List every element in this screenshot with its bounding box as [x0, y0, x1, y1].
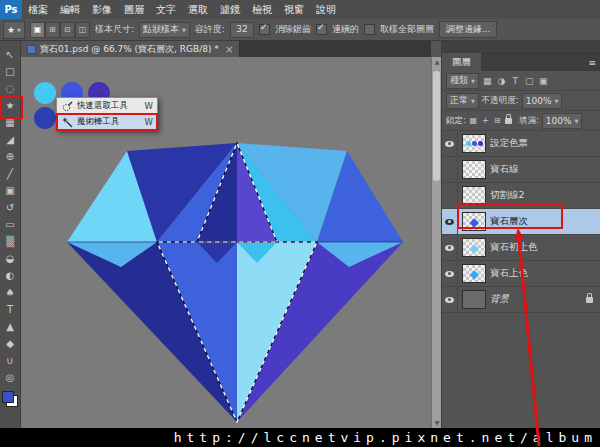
layer-thumbnail[interactable]: ◆ — [462, 264, 486, 283]
hand-tool[interactable]: ∪ — [1, 352, 19, 369]
menu-select[interactable]: 選取 — [182, 0, 214, 19]
filter-smart-object-icon[interactable]: ▣ — [538, 76, 549, 86]
flyout-item-magic-wand[interactable]: 魔術棒工具 W — [57, 114, 157, 130]
clone-stamp-tool[interactable]: ▣ — [1, 182, 19, 199]
pen-tool[interactable]: ♠ — [1, 284, 19, 301]
visibility-toggle[interactable] — [442, 261, 458, 286]
fill-dropdown[interactable]: 100% ▼ — [542, 113, 583, 129]
anti-alias-checkbox[interactable] — [259, 24, 270, 35]
panel-menu-icon[interactable]: ≡ — [588, 58, 596, 68]
filter-pixel-icon[interactable]: ▦ — [482, 76, 493, 86]
filter-type-icon[interactable]: T — [510, 76, 521, 86]
eye-icon — [445, 141, 454, 147]
shape-tool[interactable]: ◆ — [1, 335, 19, 352]
chevron-down-icon: ▼ — [574, 118, 578, 124]
lock-label: 鎖定: — [446, 115, 466, 127]
marquee-tool[interactable]: □ — [1, 63, 19, 80]
anti-alias-label[interactable]: 消除鋸齒 — [275, 23, 311, 36]
path-selection-tool[interactable]: ▲ — [1, 318, 19, 335]
gradient-tool[interactable]: ▒ — [1, 233, 19, 250]
visibility-toggle[interactable] — [442, 235, 458, 260]
layer-row[interactable]: ◆ 寶石初上色 — [442, 235, 600, 261]
refine-edge-button[interactable]: 調整邊緣... — [439, 21, 498, 38]
lock-all-icon[interactable] — [505, 118, 512, 124]
brush-tool[interactable]: ╱ — [1, 165, 19, 182]
blend-mode-dropdown[interactable]: 正常 ▼ — [446, 93, 479, 109]
layer-name[interactable]: 切割線2 — [490, 189, 525, 202]
layer-name[interactable]: 寶石初上色 — [490, 241, 538, 254]
visibility-toggle[interactable] — [442, 183, 458, 208]
photoshop-window: Ps 檔案 編輯 影像 圖層 文字 選取 濾鏡 檢視 視窗 說明 ★ ▼ ▣ ⊞… — [0, 0, 600, 447]
scrollbar-thumb[interactable] — [433, 71, 440, 181]
visibility-toggle[interactable] — [442, 157, 458, 182]
eye-icon — [445, 297, 454, 303]
blur-tool[interactable]: ◒ — [1, 250, 19, 267]
layer-thumbnail[interactable] — [462, 290, 486, 309]
visibility-toggle[interactable] — [442, 287, 458, 312]
layer-name[interactable]: 寶石上色 — [490, 267, 528, 280]
sample-all-layers-checkbox[interactable] — [364, 24, 375, 35]
layer-thumbnail[interactable] — [462, 160, 486, 179]
filter-adjustment-icon[interactable]: ◑ — [496, 76, 507, 86]
layer-thumbnail[interactable] — [462, 134, 486, 153]
flyout-item-label: 魔術棒工具 — [77, 116, 141, 128]
foreground-color-swatch[interactable] — [2, 391, 14, 403]
tolerance-input[interactable]: 32 — [230, 22, 254, 38]
current-tool-preset[interactable]: ★ ▼ — [3, 21, 25, 39]
document-canvas[interactable]: 快速選取工具 W 魔術棒工具 W — [20, 57, 431, 428]
move-tool[interactable]: ↖ — [1, 46, 19, 63]
intersect-selection-icon[interactable]: ◫ — [75, 22, 90, 38]
menu-help[interactable]: 說明 — [310, 0, 342, 19]
layer-row[interactable]: 設定色票 — [442, 131, 600, 157]
eyedropper-tool[interactable]: ◢ — [1, 131, 19, 148]
layer-thumbnail[interactable]: ◆ — [462, 238, 486, 257]
lock-position-icon[interactable]: ⊞ — [493, 116, 502, 125]
menu-filter[interactable]: 濾鏡 — [214, 0, 246, 19]
sample-all-layers-label[interactable]: 取樣全部圖層 — [380, 23, 434, 36]
fill-value: 100% — [546, 116, 572, 126]
tab-layers[interactable]: 圖層 — [442, 53, 481, 71]
document-tab-bar: 寶石01.psd @ 66.7% (寶石層次, RGB/8) * × — [20, 40, 431, 57]
filter-shape-icon[interactable]: ▢ — [524, 76, 535, 86]
menu-edit[interactable]: 編輯 — [54, 0, 86, 19]
visibility-toggle[interactable] — [442, 209, 458, 234]
menu-window[interactable]: 視窗 — [278, 0, 310, 19]
lasso-tool-icon: ◌ — [6, 83, 15, 94]
blend-mode-value: 正常 — [450, 94, 468, 107]
layer-name[interactable]: 背景 — [490, 293, 509, 306]
tool-options-bar: ★ ▼ ▣ ⊞ ⊟ ◫ 樣本尺寸: 點狀樣本 ▼ 容許度: 32 消除鋸齒 連續… — [0, 19, 600, 41]
layer-name[interactable]: 寶石線 — [490, 163, 519, 176]
layer-name[interactable]: 設定色票 — [490, 137, 528, 150]
sample-size-dropdown[interactable]: 點狀樣本 ▼ — [139, 22, 190, 38]
menu-view[interactable]: 檢視 — [246, 0, 278, 19]
kind-dropdown[interactable]: 種類 ▼ — [446, 73, 479, 89]
new-selection-icon[interactable]: ▣ — [30, 22, 45, 38]
subtract-selection-icon[interactable]: ⊟ — [60, 22, 75, 38]
visibility-toggle[interactable] — [442, 131, 458, 156]
dodge-tool[interactable]: ◐ — [1, 267, 19, 284]
layer-row-background[interactable]: 背景 — [442, 287, 600, 313]
zoom-tool[interactable]: ◎ — [1, 369, 19, 386]
lock-pixel-icon[interactable]: + — [481, 116, 490, 125]
opacity-dropdown[interactable]: 100% ▼ — [522, 93, 563, 109]
eraser-tool[interactable]: ▭ — [1, 216, 19, 233]
type-tool[interactable]: T — [1, 301, 19, 318]
document-tab[interactable]: 寶石01.psd @ 66.7% (寶石層次, RGB/8) * × — [20, 40, 240, 57]
healing-brush-tool[interactable]: ⊕ — [1, 148, 19, 165]
lock-transparent-icon[interactable]: ▦ — [469, 116, 478, 125]
menu-file[interactable]: 檔案 — [22, 0, 54, 19]
layer-row[interactable]: ◆ 寶石上色 — [442, 261, 600, 287]
color-swatches[interactable] — [2, 391, 18, 407]
contiguous-checkbox[interactable] — [316, 24, 327, 35]
clone-stamp-tool-icon: ▣ — [5, 185, 14, 196]
tab-close-icon[interactable]: × — [225, 44, 233, 55]
flyout-item-quick-selection[interactable]: 快速選取工具 W — [57, 98, 157, 114]
add-selection-icon[interactable]: ⊞ — [45, 22, 60, 38]
layer-row[interactable]: 寶石線 — [442, 157, 600, 183]
menu-image[interactable]: 影像 — [86, 0, 118, 19]
history-brush-tool[interactable]: ↺ — [1, 199, 19, 216]
contiguous-label[interactable]: 連續的 — [332, 23, 359, 36]
menu-layer[interactable]: 圖層 — [118, 0, 150, 19]
menu-type[interactable]: 文字 — [150, 0, 182, 19]
lasso-tool[interactable]: ◌ — [1, 80, 19, 97]
